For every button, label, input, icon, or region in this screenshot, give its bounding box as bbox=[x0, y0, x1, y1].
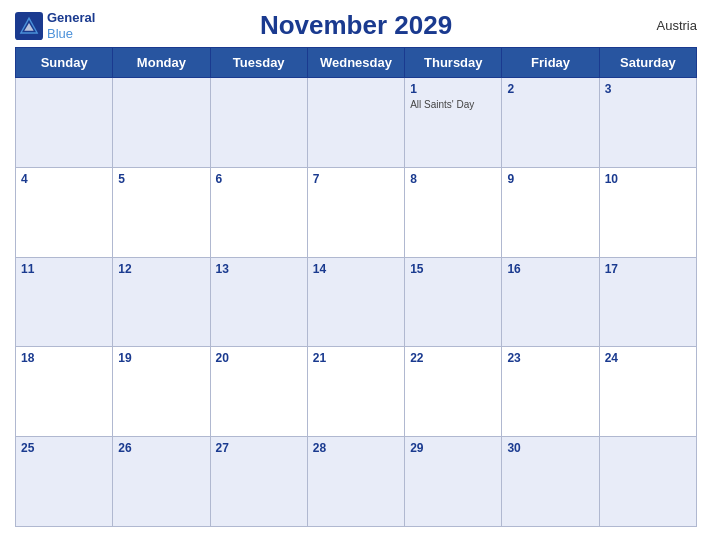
calendar-day-cell: 27 bbox=[210, 437, 307, 527]
day-number: 20 bbox=[216, 351, 302, 365]
day-number: 13 bbox=[216, 262, 302, 276]
calendar-container: General Blue November 2029 Austria Sunda… bbox=[0, 0, 712, 550]
calendar-day-cell: 29 bbox=[405, 437, 502, 527]
header-saturday: Saturday bbox=[599, 48, 696, 78]
day-number: 15 bbox=[410, 262, 496, 276]
header-monday: Monday bbox=[113, 48, 210, 78]
logo-text: General Blue bbox=[47, 10, 95, 41]
calendar-day-cell: 12 bbox=[113, 257, 210, 347]
day-number: 25 bbox=[21, 441, 107, 455]
day-number: 10 bbox=[605, 172, 691, 186]
general-blue-logo-icon bbox=[15, 12, 43, 40]
calendar-day-cell: 22 bbox=[405, 347, 502, 437]
day-number: 21 bbox=[313, 351, 399, 365]
day-number: 23 bbox=[507, 351, 593, 365]
day-number: 6 bbox=[216, 172, 302, 186]
calendar-day-cell: 4 bbox=[16, 167, 113, 257]
calendar-day-cell: 18 bbox=[16, 347, 113, 437]
calendar-day-cell bbox=[599, 437, 696, 527]
day-number: 1 bbox=[410, 82, 496, 96]
calendar-day-cell: 10 bbox=[599, 167, 696, 257]
month-title: November 2029 bbox=[260, 10, 452, 41]
day-number: 29 bbox=[410, 441, 496, 455]
header-sunday: Sunday bbox=[16, 48, 113, 78]
day-number: 3 bbox=[605, 82, 691, 96]
day-number: 5 bbox=[118, 172, 204, 186]
day-number: 12 bbox=[118, 262, 204, 276]
day-number: 22 bbox=[410, 351, 496, 365]
calendar-day-cell: 15 bbox=[405, 257, 502, 347]
day-number: 7 bbox=[313, 172, 399, 186]
calendar-day-cell: 25 bbox=[16, 437, 113, 527]
calendar-week-row: 45678910 bbox=[16, 167, 697, 257]
calendar-day-cell: 8 bbox=[405, 167, 502, 257]
calendar-day-cell: 2 bbox=[502, 78, 599, 168]
calendar-thead: Sunday Monday Tuesday Wednesday Thursday… bbox=[16, 48, 697, 78]
day-number: 4 bbox=[21, 172, 107, 186]
calendar-week-row: 1All Saints' Day23 bbox=[16, 78, 697, 168]
calendar-day-cell: 16 bbox=[502, 257, 599, 347]
calendar-week-row: 11121314151617 bbox=[16, 257, 697, 347]
calendar-day-cell: 24 bbox=[599, 347, 696, 437]
logo-area: General Blue bbox=[15, 10, 95, 41]
calendar-day-cell: 7 bbox=[307, 167, 404, 257]
header-tuesday: Tuesday bbox=[210, 48, 307, 78]
day-number: 18 bbox=[21, 351, 107, 365]
calendar-body: 1All Saints' Day234567891011121314151617… bbox=[16, 78, 697, 527]
day-number: 2 bbox=[507, 82, 593, 96]
calendar-day-cell bbox=[210, 78, 307, 168]
holiday-name: All Saints' Day bbox=[410, 98, 496, 111]
country-label: Austria bbox=[657, 18, 697, 33]
day-number: 27 bbox=[216, 441, 302, 455]
calendar-day-cell: 14 bbox=[307, 257, 404, 347]
calendar-day-cell: 17 bbox=[599, 257, 696, 347]
day-number: 19 bbox=[118, 351, 204, 365]
day-number: 24 bbox=[605, 351, 691, 365]
day-number: 30 bbox=[507, 441, 593, 455]
day-number: 28 bbox=[313, 441, 399, 455]
calendar-day-cell: 21 bbox=[307, 347, 404, 437]
day-number: 11 bbox=[21, 262, 107, 276]
calendar-day-cell bbox=[113, 78, 210, 168]
calendar-day-cell: 3 bbox=[599, 78, 696, 168]
day-number: 8 bbox=[410, 172, 496, 186]
calendar-day-cell: 30 bbox=[502, 437, 599, 527]
calendar-week-row: 18192021222324 bbox=[16, 347, 697, 437]
weekday-header-row: Sunday Monday Tuesday Wednesday Thursday… bbox=[16, 48, 697, 78]
header-thursday: Thursday bbox=[405, 48, 502, 78]
logo-text-blue: Blue bbox=[47, 26, 95, 42]
calendar-week-row: 252627282930 bbox=[16, 437, 697, 527]
calendar-table: Sunday Monday Tuesday Wednesday Thursday… bbox=[15, 47, 697, 527]
logo-text-general: General bbox=[47, 10, 95, 26]
day-number: 9 bbox=[507, 172, 593, 186]
calendar-day-cell: 11 bbox=[16, 257, 113, 347]
day-number: 17 bbox=[605, 262, 691, 276]
day-number: 16 bbox=[507, 262, 593, 276]
calendar-day-cell: 28 bbox=[307, 437, 404, 527]
day-number: 14 bbox=[313, 262, 399, 276]
calendar-day-cell: 20 bbox=[210, 347, 307, 437]
calendar-day-cell: 26 bbox=[113, 437, 210, 527]
calendar-day-cell: 5 bbox=[113, 167, 210, 257]
calendar-day-cell: 13 bbox=[210, 257, 307, 347]
calendar-day-cell: 23 bbox=[502, 347, 599, 437]
day-number: 26 bbox=[118, 441, 204, 455]
calendar-day-cell: 1All Saints' Day bbox=[405, 78, 502, 168]
header-friday: Friday bbox=[502, 48, 599, 78]
calendar-day-cell: 9 bbox=[502, 167, 599, 257]
calendar-day-cell bbox=[16, 78, 113, 168]
calendar-day-cell: 6 bbox=[210, 167, 307, 257]
calendar-day-cell: 19 bbox=[113, 347, 210, 437]
calendar-header: General Blue November 2029 Austria bbox=[15, 10, 697, 41]
header-wednesday: Wednesday bbox=[307, 48, 404, 78]
calendar-day-cell bbox=[307, 78, 404, 168]
